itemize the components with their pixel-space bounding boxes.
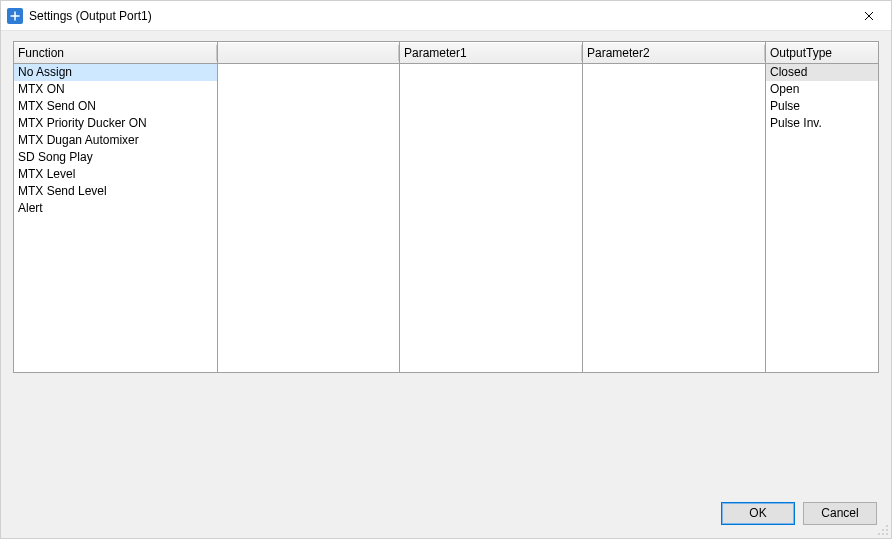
column-header-parameter1[interactable]: Parameter1 [400, 42, 582, 64]
list-item[interactable]: SD Song Play [14, 149, 217, 166]
list-item[interactable]: MTX Priority Ducker ON [14, 115, 217, 132]
column-header-label: Parameter1 [404, 46, 467, 60]
svg-point-4 [886, 533, 888, 535]
list-item[interactable]: Closed [766, 64, 878, 81]
svg-point-5 [882, 533, 884, 535]
list-item[interactable]: Pulse [766, 98, 878, 115]
button-label: Cancel [821, 506, 858, 520]
column-header-blank[interactable] [218, 42, 399, 64]
list-item[interactable]: No Assign [14, 64, 217, 81]
settings-dialog: Settings (Output Port1) Function No Assi… [0, 0, 892, 539]
close-button[interactable] [846, 1, 891, 31]
column-blank [218, 42, 400, 372]
list-item[interactable]: Pulse Inv. [766, 115, 878, 132]
column-parameter2: Parameter2 [583, 42, 766, 372]
column-header-label: Function [18, 46, 64, 60]
list-item[interactable]: MTX Send Level [14, 183, 217, 200]
outputtype-list[interactable]: ClosedOpenPulsePulse Inv. [766, 64, 878, 372]
parameter1-list[interactable] [400, 64, 582, 372]
svg-point-3 [882, 529, 884, 531]
column-function: Function No AssignMTX ONMTX Send ONMTX P… [14, 42, 218, 372]
list-item[interactable]: MTX Dugan Automixer [14, 132, 217, 149]
list-item[interactable]: MTX ON [14, 81, 217, 98]
settings-grid: Function No AssignMTX ONMTX Send ONMTX P… [13, 41, 879, 373]
svg-point-6 [878, 533, 880, 535]
cancel-button[interactable]: Cancel [803, 502, 877, 525]
svg-point-1 [886, 525, 888, 527]
titlebar: Settings (Output Port1) [1, 1, 891, 31]
list-item[interactable]: MTX Send ON [14, 98, 217, 115]
svg-point-2 [886, 529, 888, 531]
button-label: OK [749, 506, 766, 520]
window-title: Settings (Output Port1) [29, 9, 152, 23]
function-list[interactable]: No AssignMTX ONMTX Send ONMTX Priority D… [14, 64, 217, 372]
list-item[interactable]: MTX Level [14, 166, 217, 183]
list-item[interactable]: Open [766, 81, 878, 98]
parameter2-list[interactable] [583, 64, 765, 372]
column-header-outputtype[interactable]: OutputType [766, 42, 878, 64]
column-outputtype: OutputType ClosedOpenPulsePulse Inv. [766, 42, 878, 372]
client-area: Function No AssignMTX ONMTX Send ONMTX P… [1, 31, 891, 538]
close-icon [864, 11, 874, 21]
column-header-label: OutputType [770, 46, 832, 60]
list-item[interactable]: Alert [14, 200, 217, 217]
ok-button[interactable]: OK [721, 502, 795, 525]
column-header-label: Parameter2 [587, 46, 650, 60]
blank-list[interactable] [218, 64, 399, 372]
column-header-parameter2[interactable]: Parameter2 [583, 42, 765, 64]
column-parameter1: Parameter1 [400, 42, 583, 372]
dialog-button-row: OK Cancel [13, 496, 879, 530]
app-icon [7, 8, 23, 24]
resize-grip-icon[interactable] [877, 524, 889, 536]
column-header-function[interactable]: Function [14, 42, 217, 64]
